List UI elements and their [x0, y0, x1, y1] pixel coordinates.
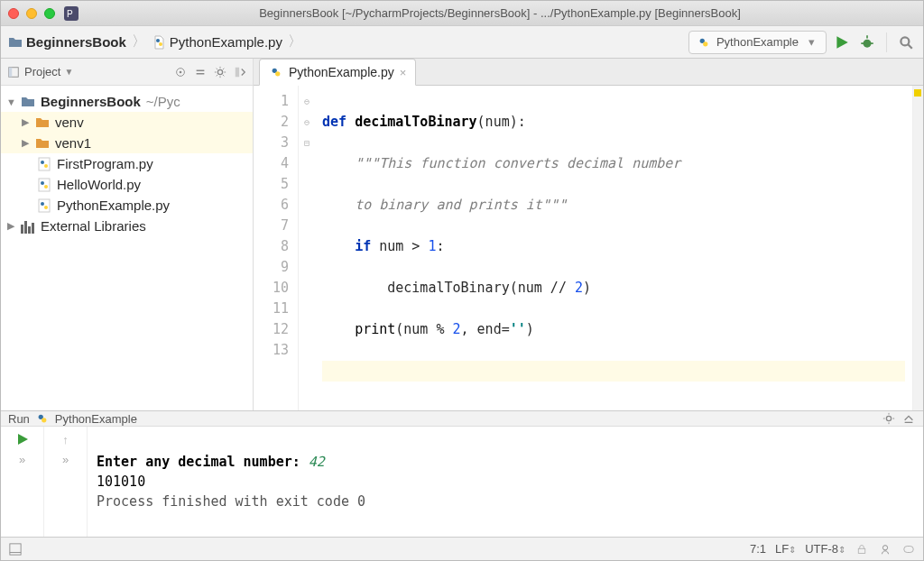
- more-actions-icon[interactable]: »: [15, 452, 30, 466]
- close-tab-icon[interactable]: ×: [400, 66, 407, 79]
- project-icon: [6, 65, 21, 79]
- run-toolbar-left2: ↑ »: [44, 427, 88, 537]
- run-console[interactable]: Enter any decimal number: 42 101010 Proc…: [88, 427, 923, 537]
- breadcrumb-file[interactable]: PythonExample.py: [152, 34, 282, 50]
- collapse-all-icon[interactable]: [193, 65, 208, 79]
- events-icon[interactable]: [901, 542, 916, 556]
- titlebar: P BeginnersBook [~/PycharmProjects/Begin…: [1, 1, 923, 26]
- run-config-name: PythonExample: [55, 412, 137, 426]
- svg-rect-33: [10, 543, 21, 554]
- status-line-separator[interactable]: LF⇕: [775, 542, 796, 556]
- run-tool-window: Run PythonExample » ↑ » Enter any decima…: [1, 410, 923, 537]
- svg-rect-13: [9, 67, 13, 77]
- svg-point-16: [217, 69, 222, 74]
- disclosure-closed-icon[interactable]: [21, 137, 30, 149]
- line-number: 3: [254, 133, 289, 153]
- project-tree[interactable]: BeginnersBook ~/Pyc venv venv1 FirstProg…: [1, 86, 253, 242]
- svg-rect-24: [39, 199, 50, 212]
- tree-project-root[interactable]: BeginnersBook ~/Pyc: [1, 91, 253, 112]
- hector-icon[interactable]: [878, 542, 892, 556]
- svg-rect-17: [236, 67, 239, 77]
- search-everywhere-button[interactable]: [896, 32, 916, 52]
- zoom-window-button[interactable]: [44, 8, 55, 19]
- python-file-icon: [37, 198, 51, 213]
- line-number: 13: [254, 340, 289, 361]
- line-number-gutter[interactable]: 1 2 3 4 5 6 7 8 9 10 11 12 13: [254, 86, 299, 410]
- close-window-button[interactable]: [8, 8, 19, 19]
- error-stripe[interactable]: [912, 86, 923, 410]
- folder-icon: [35, 115, 50, 130]
- breadcrumb-separator-icon: 〉: [130, 32, 148, 51]
- gear-icon[interactable]: [882, 411, 896, 426]
- tree-file-firstprogram[interactable]: FirstProgram.py: [1, 153, 253, 174]
- warning-marker-icon[interactable]: [914, 89, 921, 97]
- python-file-icon: [697, 35, 711, 50]
- minimize-window-button[interactable]: [26, 8, 37, 19]
- tree-item-label: venv: [55, 115, 84, 130]
- disclosure-open-icon[interactable]: [6, 97, 15, 107]
- breadcrumb-project[interactable]: BeginnersBook: [8, 34, 126, 50]
- project-panel-selector[interactable]: Project ▼: [6, 65, 73, 79]
- console-exit-message: Process finished with exit code 0: [97, 493, 365, 510]
- svg-point-22: [41, 181, 44, 185]
- svg-line-11: [908, 44, 912, 49]
- line-number: 8: [254, 236, 289, 257]
- locate-icon[interactable]: [173, 65, 188, 79]
- svg-point-3: [159, 42, 162, 46]
- tree-item-label: PythonExample.py: [57, 198, 170, 213]
- editor-tab-pythonexample[interactable]: PythonExample.py ×: [259, 59, 416, 86]
- svg-rect-35: [858, 548, 865, 553]
- line-number: 9: [254, 257, 289, 278]
- status-caret-position[interactable]: 7:1: [750, 542, 766, 556]
- hide-panel-icon[interactable]: [233, 65, 247, 79]
- hide-panel-icon[interactable]: [901, 411, 916, 426]
- more-actions-icon[interactable]: »: [59, 452, 73, 466]
- rerun-button[interactable]: [15, 432, 30, 446]
- disclosure-closed-icon[interactable]: [6, 220, 15, 232]
- run-button[interactable]: [832, 32, 852, 52]
- python-file-icon: [152, 35, 166, 50]
- console-prompt: Enter any decimal number:: [97, 454, 309, 470]
- navigation-bar: BeginnersBook 〉 PythonExample.py 〉 Pytho…: [1, 26, 923, 59]
- pycharm-app-icon: P: [64, 6, 79, 21]
- disclosure-closed-icon[interactable]: [21, 116, 30, 128]
- console-output: 101010: [97, 474, 145, 490]
- svg-point-20: [44, 164, 48, 168]
- svg-point-10: [901, 37, 909, 45]
- svg-text:P: P: [67, 9, 73, 19]
- run-toolbar-left: »: [1, 427, 44, 537]
- chevron-down-icon: ▾: [804, 35, 818, 50]
- svg-point-2: [156, 39, 160, 42]
- tree-file-pythonexample[interactable]: PythonExample.py: [1, 195, 253, 216]
- code-content[interactable]: def decimalToBinary(num): """This functi…: [315, 86, 912, 410]
- svg-point-23: [44, 185, 48, 189]
- tree-file-helloworld[interactable]: HelloWorld.py: [1, 174, 253, 195]
- fold-gutter[interactable]: ⊖⊖⊟: [299, 86, 315, 410]
- python-file-icon: [35, 411, 50, 426]
- folder-icon: [8, 35, 23, 50]
- tool-windows-icon[interactable]: [8, 542, 23, 556]
- breadcrumb-separator-icon: 〉: [286, 32, 304, 51]
- line-number: 6: [254, 195, 289, 216]
- svg-point-30: [42, 418, 46, 422]
- svg-point-19: [41, 161, 44, 164]
- code-editor[interactable]: 1 2 3 4 5 6 7 8 9 10 11 12 13 ⊖⊖⊟: [254, 86, 923, 410]
- svg-point-36: [882, 545, 887, 549]
- tree-folder-venv[interactable]: venv: [1, 112, 253, 133]
- scroll-up-icon[interactable]: ↑: [59, 432, 73, 446]
- project-toolbar: Project ▼: [1, 59, 253, 86]
- lock-icon[interactable]: [855, 542, 869, 556]
- run-tool-header: Run PythonExample: [1, 411, 923, 427]
- status-encoding[interactable]: UTF-8⇕: [805, 542, 845, 556]
- project-tool-window: Project ▼: [1, 59, 254, 410]
- debug-button[interactable]: [857, 32, 877, 52]
- tree-external-libraries[interactable]: External Libraries: [1, 216, 253, 236]
- svg-rect-18: [39, 158, 50, 170]
- gear-icon[interactable]: [213, 65, 227, 79]
- run-configuration-selector[interactable]: PythonExample ▾: [688, 31, 827, 54]
- window-controls: [8, 8, 55, 19]
- svg-point-5: [703, 41, 707, 46]
- tree-folder-venv1[interactable]: venv1: [1, 133, 253, 153]
- python-file-icon: [269, 65, 283, 79]
- folder-icon: [35, 136, 50, 151]
